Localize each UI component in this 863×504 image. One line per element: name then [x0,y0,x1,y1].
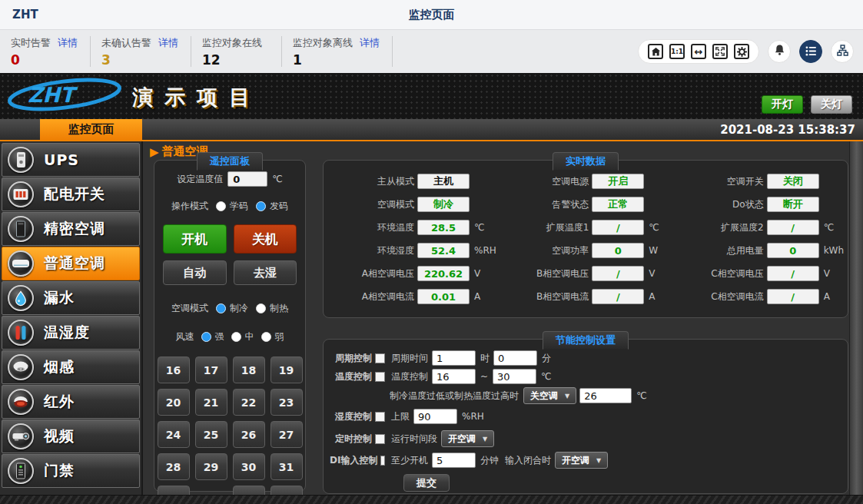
keypad-key[interactable]: 25 [195,421,227,448]
di-min-minutes-input[interactable]: 5 [432,453,476,468]
keypad-key[interactable]: 26 [233,421,265,448]
radio-fan-weak[interactable]: 弱 [261,330,284,343]
di-input-control-row: DI输入控制 至少开机 5 分钟 输入闭合时 开空调 ▼ [330,452,848,469]
tab-monitoring-page[interactable]: 监控页面 [40,119,142,140]
value-field: 0 [592,243,644,258]
value-field: 开启 [592,174,644,189]
dehumidify-button[interactable]: 去湿 [234,260,297,285]
timer-control-checkbox[interactable] [375,434,385,444]
topology-view-button[interactable] [831,40,854,63]
sidebar-item-infrared[interactable]: 红外 [2,385,140,419]
detail-link[interactable]: 详情 [158,36,178,50]
list-view-button[interactable] [799,40,822,63]
temp-protect-action-select[interactable]: 关空调 ▼ [523,387,576,404]
auto-button[interactable]: 自动 [163,260,227,285]
light-on-button[interactable]: 开灯 [762,95,803,114]
set-temp-input[interactable]: 0 [227,171,267,187]
detail-link[interactable]: 详情 [360,36,380,50]
realtime-columns: 主从模式 主机 空调模式 制冷 环境温度 28.5 ℃ [324,161,848,312]
keypad-key[interactable]: 30 [233,453,265,480]
keypad-key[interactable]: 16 [158,356,190,383]
temp-min-input[interactable]: 16 [432,369,476,384]
fit-width-icon[interactable]: ↔ [691,44,706,59]
keypad-key[interactable]: 27 [271,421,303,448]
value-field: 关闭 [767,174,819,189]
precision-ac-icon [8,216,34,242]
detail-link[interactable]: 详情 [58,36,78,50]
stat-value: 0 [11,52,78,68]
sidebar-item-smoke[interactable]: 烟感 [2,350,140,384]
keypad-key[interactable]: 22 [233,389,265,416]
keypad-key[interactable]: 23 [271,389,303,416]
fan-speed-row: 风速 强 中 弱 [176,330,284,343]
stat-value: 12 [202,52,269,68]
stat-unconfirmed-alarms: 未确认告警 详情 3 [91,36,191,67]
value-field: / [592,266,644,281]
power-off-button[interactable]: 关机 [234,224,297,254]
light-off-button[interactable]: 关灯 [811,95,852,114]
temp-protect-value-input[interactable]: 26 [579,388,632,403]
radio-heating[interactable]: 制热 [256,302,288,315]
keypad-key[interactable]: 20 [158,389,190,416]
data-row: C相空调电压 / V [673,266,848,281]
submit-button[interactable]: 提交 [403,474,450,492]
keypad-key[interactable]: 17 [195,356,227,383]
value-field: 28.5 [417,220,470,235]
sidebar-item-water-leak[interactable]: 漏水 [2,281,140,315]
sidebar-item-temp-humidity[interactable]: 温湿度 [2,316,140,350]
keypad-key[interactable]: 28 [158,453,190,480]
keypad-key[interactable]: 19 [271,356,303,383]
device-sidebar: UPS 配电开关 精密空调 普通空调 [0,141,143,495]
smoke-detector-icon [8,354,34,380]
remote-control-panel: 遥控面板 设定温度值 0 ℃ 操作模式 学码 发码 [154,160,306,492]
cycle-minutes-input[interactable]: 0 [493,350,537,366]
value-field: 0.01 [417,289,470,304]
set-temp-unit: ℃ [272,174,282,184]
radio-fan-strong[interactable]: 强 [201,330,224,343]
ac-mode-row: 空调模式 制冷 制热 [171,302,288,315]
radio-cooling[interactable]: 制冷 [216,302,248,315]
value-field: 制冷 [417,197,470,212]
di-action-select[interactable]: 开空调 ▼ [555,452,608,469]
chevron-down-icon: ▼ [596,457,601,464]
home-icon[interactable] [648,44,663,59]
stat-realtime-alarms: 实时告警 详情 0 [0,36,91,67]
radio-icon [256,303,266,313]
keypad-key[interactable]: 18 [233,356,265,383]
sidebar-item-precision-ac[interactable]: 精密空调 [2,212,140,246]
value-field: 52.4 [417,243,470,258]
stat-objects-offline: 监控对象离线 详情 1 [282,36,393,67]
sidebar-item-power-switch[interactable]: 配电开关 [2,177,140,211]
stat-label: 监控对象在线 [202,36,262,50]
keypad-key[interactable]: 29 [195,453,227,480]
value-field: 断开 [767,197,819,212]
radio-learn-code[interactable]: 学码 [216,200,248,213]
keypad-key[interactable]: 24 [158,421,190,448]
view-tools: 1:1 ↔ [638,39,759,64]
sidebar-item-door-access[interactable]: 门禁 [2,454,140,488]
sidebar-item-video[interactable]: 视频 [2,419,140,453]
settings-gear-icon[interactable] [734,44,749,59]
timer-action-select[interactable]: 开空调 ▼ [441,430,494,447]
cycle-hours-input[interactable]: 1 [432,350,476,366]
sidebar-item-regular-ac[interactable]: 普通空调 [2,247,140,280]
data-row: 环境温度 28.5 ℃ [324,220,498,235]
infrared-icon [8,389,34,415]
sidebar-item-ups[interactable]: UPS [2,143,140,177]
radio-send-code[interactable]: 发码 [256,200,288,213]
fit-screen-icon[interactable] [712,44,728,59]
temp-max-input[interactable]: 30 [493,369,536,384]
temp-control-checkbox[interactable] [375,372,385,382]
di-control-checkbox[interactable] [380,456,385,466]
data-row: 空调模式 制冷 [324,197,498,212]
humidity-control-checkbox[interactable] [375,412,385,422]
power-on-button[interactable]: 开机 [163,224,227,254]
keypad-key[interactable]: 21 [195,389,227,416]
cycle-control-checkbox[interactable] [375,353,385,363]
keypad-key[interactable]: 31 [271,453,303,480]
radio-fan-medium[interactable]: 中 [231,330,254,343]
data-row: Do状态 断开 [673,197,848,212]
one-to-one-icon[interactable]: 1:1 [669,44,685,59]
alarm-bell-button[interactable] [768,40,791,63]
humidity-max-input[interactable]: 90 [413,409,457,424]
